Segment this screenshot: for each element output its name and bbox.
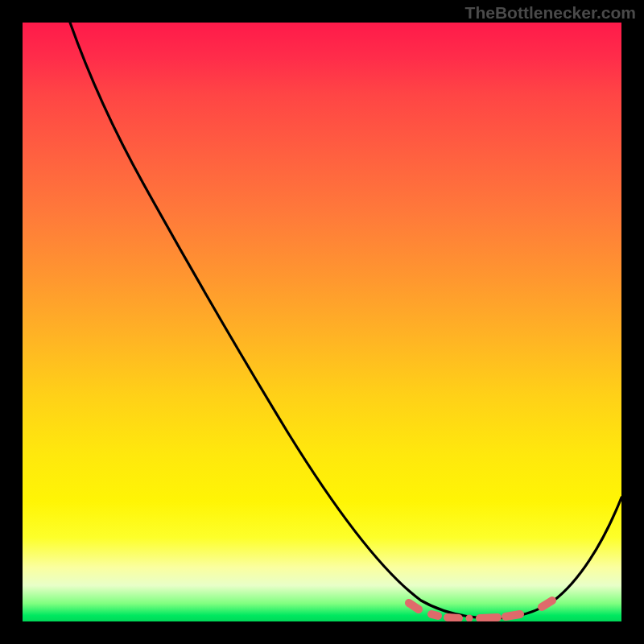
marker-dash [431, 614, 438, 616]
marker-dash [480, 617, 497, 618]
bottleneck-curve [23, 23, 621, 621]
marker-dash [506, 614, 520, 617]
marker-dash [542, 601, 552, 607]
curve-path [70, 23, 621, 618]
chart-plot-area [23, 23, 621, 621]
marker-dash [409, 603, 419, 609]
marker-dash [448, 617, 459, 618]
watermark-text: TheBottlenecker.com [465, 3, 636, 23]
